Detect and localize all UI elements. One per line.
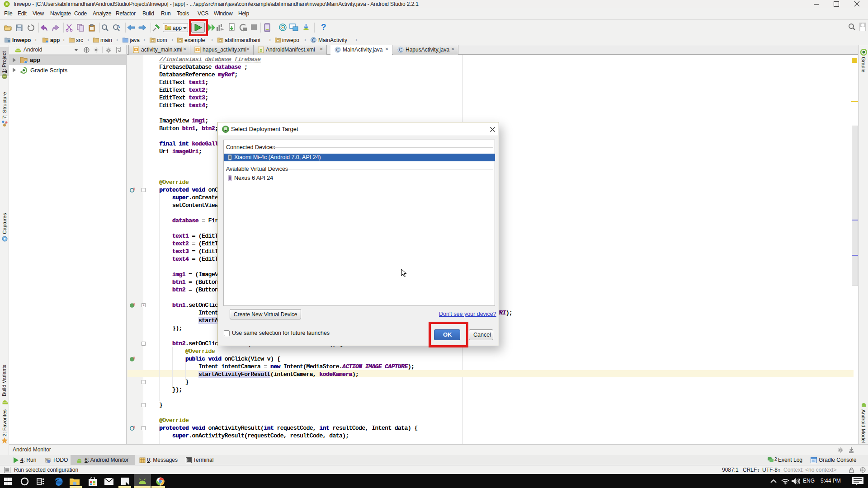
svg-text:A: A <box>117 24 120 29</box>
svg-text:C: C <box>399 47 402 52</box>
svg-text:C: C <box>336 47 340 52</box>
svg-text:C: C <box>312 38 315 43</box>
